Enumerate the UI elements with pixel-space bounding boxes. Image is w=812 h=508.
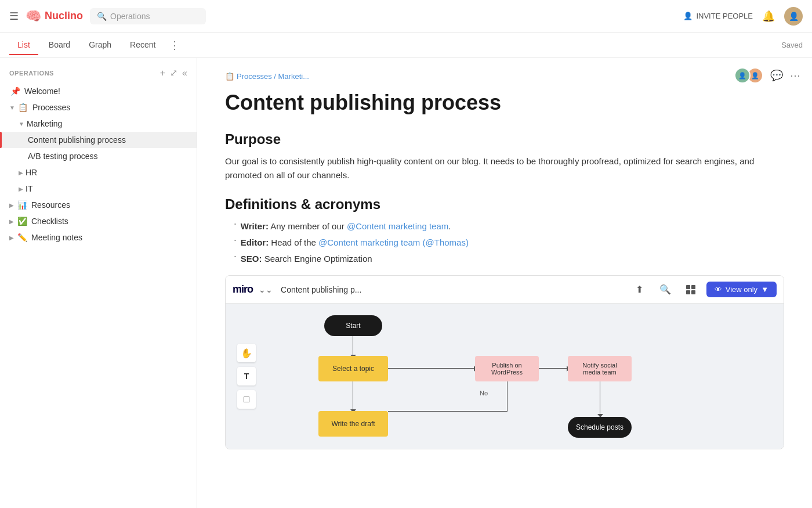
content-header-actions: 👤 👤 💬 ⋯ (734, 67, 800, 84)
flowchart: Start Select a topic Write the draft (272, 304, 784, 449)
marketing-chevron-icon: ▼ (19, 121, 24, 127)
definitions-list: • Writer: Any member of our @Content mar… (234, 219, 784, 266)
miro-logo: miro (233, 283, 253, 296)
miro-apps-button[interactable] (681, 280, 701, 300)
sidebar-item-checklists[interactable]: ▶ ✅ Checklists (0, 213, 197, 229)
purpose-text: Our goal is to consistently publish high… (225, 154, 784, 182)
logo-brain-icon: 🧠 (26, 9, 41, 24)
sidebar-item-it-label: IT (26, 184, 178, 193)
sidebar-item-it[interactable]: ▶ IT (0, 181, 197, 197)
hr-chevron-icon: ▶ (19, 170, 23, 176)
avatar-placeholder: 👤 (784, 7, 803, 26)
definition-seo: • SEO: Search Engine Optimization (234, 252, 784, 266)
tab-graph[interactable]: Graph (81, 35, 119, 55)
tab-list[interactable]: List (9, 35, 38, 55)
processes-chevron-icon: ▼ (9, 105, 15, 111)
hand-tool-button[interactable]: ✋ (237, 344, 256, 362)
bullet-dot-3: • (234, 253, 236, 261)
sidebar-section-title: OPERATIONS (9, 70, 54, 77)
navbar-right: 👤 INVITE PEOPLE 🔔 👤 (683, 7, 803, 26)
processes-icon: 📋 (17, 103, 29, 112)
thomas-link[interactable]: (@Thomas) (423, 237, 469, 247)
sidebar-expand-button[interactable]: ⤢ (170, 67, 177, 78)
checklists-chevron-icon: ▶ (9, 218, 14, 225)
svg-rect-2 (686, 290, 690, 294)
text-tool-button[interactable]: T (237, 367, 256, 385)
arrow-publish-no (507, 381, 507, 412)
view-only-button[interactable]: 👁 View only ▼ (706, 282, 777, 297)
meeting-notes-chevron-icon: ▶ (9, 235, 14, 241)
sidebar-item-processes[interactable]: ▼ 📋 Processes (0, 99, 197, 116)
hamburger-icon[interactable]: ☰ (9, 10, 19, 23)
sidebar-add-button[interactable]: + (160, 67, 165, 78)
invite-icon: 👤 (683, 12, 693, 20)
purpose-heading: Purpose (225, 131, 784, 147)
sidebar-item-hr[interactable]: ▶ HR (0, 164, 197, 181)
definitions-heading: Definitions & acronyms (225, 196, 784, 212)
sidebar-item-ab-testing[interactable]: A/B testing process (0, 148, 197, 164)
it-chevron-icon: ▶ (19, 186, 23, 192)
breadcrumb: 📋 Processes / Marketi... (225, 72, 784, 81)
resources-icon: 📊 (16, 200, 28, 210)
sidebar-item-welcome[interactable]: 📌 Welcome! (0, 83, 197, 99)
search-placeholder: Operations (110, 12, 150, 21)
eye-icon: 👁 (715, 285, 722, 294)
comment-icon[interactable]: 💬 (770, 69, 783, 82)
notification-bell-icon[interactable]: 🔔 (762, 10, 775, 23)
writer-term: Writer: (241, 221, 269, 231)
bullet-dot-1: • (234, 221, 236, 228)
miro-canvas: ✋ T □ Start Select a topic (226, 304, 784, 449)
tab-board[interactable]: Board (41, 35, 78, 55)
sidebar-item-meeting-notes-label: Meeting notes (31, 233, 178, 242)
logo-text: Nuclino (45, 10, 83, 22)
view-only-chevron-icon: ▼ (761, 285, 768, 294)
writer-team-link[interactable]: @Content marketing team (347, 221, 448, 231)
view-only-label: View only (726, 285, 757, 294)
sidebar-item-content-publishing[interactable]: Content publishing process (0, 132, 197, 148)
sidebar-item-marketing-label: Marketing (27, 119, 178, 128)
sidebar-collapse-button[interactable]: « (182, 67, 187, 78)
search-area[interactable]: 🔍 Operations (90, 8, 206, 24)
svg-rect-3 (691, 290, 695, 294)
flowchart-no-label: No (480, 390, 488, 397)
bullet-dot-2: • (234, 237, 236, 244)
sidebar-item-meeting-notes[interactable]: ▶ ✏️ Meeting notes (0, 229, 197, 246)
more-options-icon[interactable]: ⋯ (790, 69, 800, 82)
sidebar-item-processes-label: Processes (32, 103, 178, 112)
miro-search-button[interactable]: 🔍 (655, 280, 675, 300)
sidebar: OPERATIONS + ⤢ « 📌 Welcome! ▼ 📋 Processe… (0, 58, 197, 508)
logo-area[interactable]: 🧠 Nuclino (26, 9, 83, 24)
sidebar-actions: + ⤢ « (160, 67, 187, 78)
tab-recent[interactable]: Recent (122, 35, 164, 55)
miro-upload-button[interactable]: ⬆ (630, 280, 650, 300)
miro-left-tools: ✋ T □ (237, 344, 256, 409)
sidebar-item-ab-testing-label: A/B testing process (28, 152, 178, 161)
invite-people-button[interactable]: 👤 INVITE PEOPLE (683, 12, 753, 20)
sidebar-item-checklists-label: Checklists (31, 217, 178, 226)
invite-label: INVITE PEOPLE (696, 12, 753, 20)
tab-bar: List Board Graph Recent ⋮ Saved (0, 33, 812, 58)
breadcrumb-doc-icon: 📋 (225, 72, 234, 81)
arrow-no-back (388, 411, 507, 412)
sticky-note-tool-button[interactable]: □ (237, 390, 256, 409)
breadcrumb-text[interactable]: Processes / Marketi... (237, 72, 309, 81)
user-avatar[interactable]: 👤 (784, 7, 803, 26)
checklists-icon: ✅ (16, 217, 28, 226)
seo-term: SEO: (241, 254, 262, 264)
tab-more-button[interactable]: ⋮ (166, 34, 183, 56)
miro-toolbar-actions: ⬆ 🔍 👁 View only ▼ (630, 280, 777, 300)
collaborators-avatar-group: 👤 👤 (734, 67, 763, 84)
flowchart-schedule-node: Schedule posts (568, 417, 632, 438)
sidebar-item-resources[interactable]: ▶ 📊 Resources (0, 197, 197, 213)
sidebar-item-marketing[interactable]: ▼ Marketing (0, 116, 197, 132)
editor-term: Editor: (241, 237, 269, 247)
definition-writer: • Writer: Any member of our @Content mar… (234, 219, 784, 233)
editor-team-link[interactable]: @Content marketing team (318, 237, 420, 247)
miro-expand-icon[interactable]: ⌄⌄ (259, 285, 273, 294)
sidebar-item-hr-label: HR (26, 168, 178, 177)
miro-embed: miro ⌄⌄ Content publishing p... ⬆ 🔍 (225, 275, 784, 449)
resources-chevron-icon: ▶ (9, 202, 14, 208)
arrow-select-to-write (353, 381, 353, 410)
arrow-publish-to-notify (539, 368, 568, 369)
saved-status: Saved (781, 41, 803, 49)
